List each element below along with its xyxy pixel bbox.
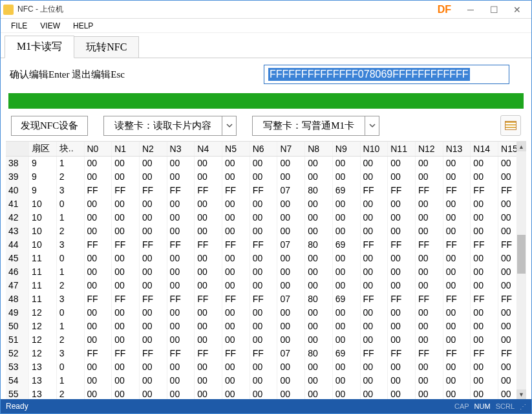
cell-n9[interactable]: 69 bbox=[332, 292, 360, 306]
cell-n4[interactable]: 00 bbox=[195, 387, 222, 400]
cell-n8[interactable]: 00 bbox=[305, 360, 333, 374]
cell-block[interactable]: 3 bbox=[56, 184, 84, 197]
cell-n8[interactable]: 00 bbox=[305, 170, 333, 184]
cell-n7[interactable]: 07 bbox=[277, 347, 305, 360]
cell-n2[interactable]: 00 bbox=[139, 360, 167, 374]
cell-n13[interactable]: 00 bbox=[443, 265, 471, 279]
cell-block[interactable]: 3 bbox=[56, 292, 84, 306]
cell-n11[interactable]: 00 bbox=[388, 306, 416, 320]
cell-n12[interactable]: 00 bbox=[415, 374, 443, 387]
cell-n1[interactable]: 00 bbox=[112, 197, 140, 211]
cell-block[interactable]: 2 bbox=[56, 170, 84, 184]
cell-n8[interactable]: 80 bbox=[305, 184, 333, 197]
cell-n0[interactable]: 00 bbox=[84, 360, 112, 374]
cell-n5[interactable]: 00 bbox=[222, 333, 250, 347]
cell-n0[interactable]: 00 bbox=[84, 306, 112, 320]
cell-n2[interactable]: 00 bbox=[139, 157, 167, 170]
cell-n5[interactable]: 00 bbox=[222, 387, 250, 400]
cell-n0[interactable]: 00 bbox=[84, 252, 112, 265]
cell-n10[interactable]: 00 bbox=[360, 320, 388, 333]
table-row[interactable]: 4110000000000000000000000000000000000 bbox=[6, 197, 526, 211]
table-row[interactable]: 4210100000000000000000000000000000000 bbox=[6, 211, 526, 224]
cell-n4[interactable]: FF bbox=[195, 292, 222, 306]
menu-view[interactable]: VIEW bbox=[34, 20, 67, 32]
cell-n12[interactable]: 00 bbox=[415, 387, 443, 400]
header-n6[interactable]: N6 bbox=[250, 142, 277, 157]
cell-n13[interactable]: 00 bbox=[443, 333, 471, 347]
cell-n1[interactable]: 00 bbox=[112, 387, 140, 400]
cell-n9[interactable]: 00 bbox=[332, 360, 360, 374]
cell-n8[interactable]: 00 bbox=[305, 279, 333, 292]
cell-n9[interactable]: 00 bbox=[332, 333, 360, 347]
table-row[interactable]: 4093FFFFFFFFFFFFFF078069FFFFFFFFFFFF bbox=[6, 184, 526, 197]
cell-n7[interactable]: 00 bbox=[277, 252, 305, 265]
cell-block[interactable]: 0 bbox=[56, 306, 84, 320]
cell-n6[interactable]: 00 bbox=[250, 265, 277, 279]
cell-n10[interactable]: 00 bbox=[360, 211, 388, 224]
cell-n3[interactable]: FF bbox=[167, 184, 195, 197]
cell-n10[interactable]: 00 bbox=[360, 265, 388, 279]
cell-n2[interactable]: 00 bbox=[139, 211, 167, 224]
cell-n14[interactable]: 00 bbox=[471, 211, 498, 224]
cell-n14[interactable]: 00 bbox=[471, 197, 498, 211]
cell-n11[interactable]: 00 bbox=[388, 374, 416, 387]
cell-n5[interactable]: FF bbox=[222, 184, 250, 197]
cell-n7[interactable]: 00 bbox=[277, 360, 305, 374]
cell-n0[interactable]: FF bbox=[84, 347, 112, 360]
cell-n4[interactable]: 00 bbox=[195, 320, 222, 333]
table-row[interactable]: 44103FFFFFFFFFFFFFF078069FFFFFFFFFFFF bbox=[6, 238, 526, 252]
cell-n12[interactable]: 00 bbox=[415, 360, 443, 374]
cell-n14[interactable]: 00 bbox=[471, 333, 498, 347]
cell-n7[interactable]: 00 bbox=[277, 170, 305, 184]
cell-n10[interactable]: 00 bbox=[360, 157, 388, 170]
cell-n9[interactable]: 69 bbox=[332, 347, 360, 360]
cell-n3[interactable]: 00 bbox=[167, 252, 195, 265]
maximize-button[interactable]: ☐ bbox=[482, 2, 505, 17]
table-row[interactable]: 4511000000000000000000000000000000000 bbox=[6, 252, 526, 265]
cell-n4[interactable]: FF bbox=[195, 238, 222, 252]
cell-n9[interactable]: 00 bbox=[332, 279, 360, 292]
cell-n7[interactable]: 07 bbox=[277, 292, 305, 306]
cell-n13[interactable]: 00 bbox=[443, 387, 471, 400]
cell-block[interactable]: 3 bbox=[56, 347, 84, 360]
cell-n11[interactable]: FF bbox=[388, 292, 416, 306]
cell-n14[interactable]: 00 bbox=[471, 265, 498, 279]
cell-n3[interactable]: 00 bbox=[167, 306, 195, 320]
cell-sector[interactable]: 10 bbox=[29, 238, 57, 252]
table-row[interactable]: 4310200000000000000000000000000000000 bbox=[6, 224, 526, 238]
cell-n5[interactable]: FF bbox=[222, 238, 250, 252]
cell-n9[interactable]: 00 bbox=[332, 157, 360, 170]
cell-n9[interactable]: 00 bbox=[332, 170, 360, 184]
cell-n12[interactable]: 00 bbox=[415, 157, 443, 170]
cell-n3[interactable]: 00 bbox=[167, 374, 195, 387]
table-row[interactable]: 4711200000000000000000000000000000000 bbox=[6, 279, 526, 292]
cell-n12[interactable]: 00 bbox=[415, 170, 443, 184]
cell-n4[interactable]: 00 bbox=[195, 374, 222, 387]
cell-n7[interactable]: 00 bbox=[277, 265, 305, 279]
cell-n7[interactable]: 07 bbox=[277, 184, 305, 197]
cell-n8[interactable]: 00 bbox=[305, 306, 333, 320]
cell-sector[interactable]: 10 bbox=[29, 197, 57, 211]
tab-m1-read-write[interactable]: M1卡读写 bbox=[5, 36, 74, 58]
cell-n2[interactable]: 00 bbox=[139, 306, 167, 320]
cell-n10[interactable]: FF bbox=[360, 184, 388, 197]
discover-nfc-button[interactable]: 发现NFC设备 bbox=[11, 116, 88, 136]
cell-n2[interactable]: 00 bbox=[139, 279, 167, 292]
cell-n1[interactable]: 00 bbox=[112, 252, 140, 265]
cell-n14[interactable]: 00 bbox=[471, 157, 498, 170]
cell-n12[interactable]: 00 bbox=[415, 333, 443, 347]
menu-help[interactable]: HELP bbox=[67, 20, 100, 32]
cell-n0[interactable]: FF bbox=[84, 238, 112, 252]
cell-n5[interactable]: 00 bbox=[222, 211, 250, 224]
header-sector[interactable]: 扇区 bbox=[29, 142, 57, 157]
cell-n12[interactable]: FF bbox=[415, 238, 443, 252]
cell-n11[interactable]: 00 bbox=[388, 252, 416, 265]
header-corner[interactable] bbox=[6, 142, 29, 157]
cell-n13[interactable]: 00 bbox=[443, 252, 471, 265]
cell-n2[interactable]: 00 bbox=[139, 320, 167, 333]
cell-sector[interactable]: 12 bbox=[29, 347, 57, 360]
table-scroll[interactable]: 扇区块..N0N1N2N3N4N5N6N7N8N9N10N11N12N13N14… bbox=[6, 142, 526, 399]
cell-sector[interactable]: 9 bbox=[29, 157, 57, 170]
cell-n14[interactable]: 00 bbox=[471, 224, 498, 238]
cell-sector[interactable]: 11 bbox=[29, 292, 57, 306]
